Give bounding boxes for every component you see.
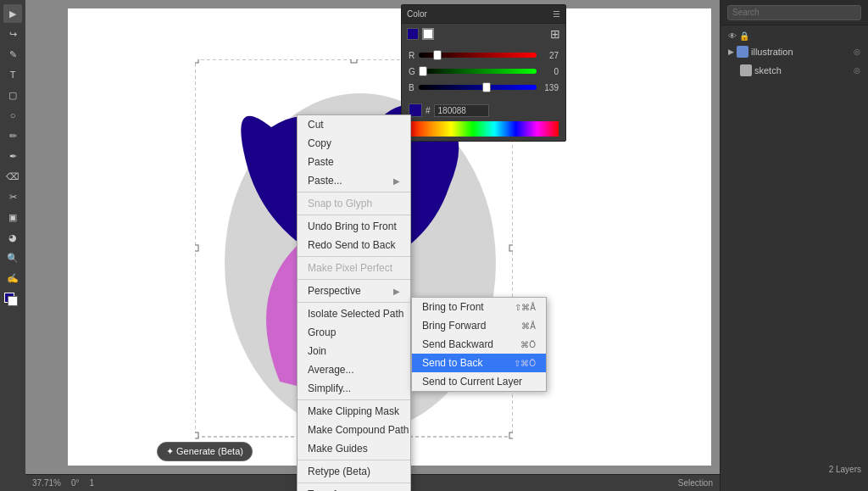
r-slider[interactable] [419,53,537,58]
generate-btn-label: ✦ Generate (Beta) [166,446,243,457]
menu-item-copy[interactable]: Copy [298,134,410,153]
submenu-bring-forward[interactable]: Bring Forward ⌘Å [412,316,546,335]
lock-icon: 🔒 [739,31,749,41]
right-panel: 👁 🔒 ▶ illustration ◎ sketch ◎ 2 Layers [720,0,868,491]
stroke-swatch[interactable] [422,28,434,40]
color-mode-icons: ⊞ [402,24,565,44]
perspective-label: Perspective [308,285,361,297]
join-label: Join [308,345,326,357]
g-label: G [409,67,415,76]
b-value: 139 [540,83,559,92]
illustration-layer-target[interactable]: ◎ [854,47,860,56]
eraser-tool[interactable]: ⌫ [3,167,22,186]
color-panel-title: Color [407,9,427,19]
rotation-display: 0° [71,478,80,488]
paste-label: Paste [308,156,334,168]
submenu-bring-to-front[interactable]: Bring to Front ⇧⌘Å [412,298,546,316]
menu-item-simplify[interactable]: Simplify... [298,379,410,398]
menu-item-join[interactable]: Join [298,342,410,360]
pen-tool[interactable]: ✎ [3,45,22,64]
menu-item-group[interactable]: Group [298,323,410,342]
spectrum-icon[interactable]: ⊞ [550,27,560,41]
send-backward-label: Send Backward [422,338,493,350]
layers-search-input[interactable] [727,5,861,20]
divider-3 [298,256,410,257]
menu-item-snap-glyph: Snap to Glyph [298,194,410,213]
menu-item-retype[interactable]: Retype (Beta) [298,462,410,481]
r-slider-row: R 27 [409,48,559,62]
divider-1 [298,192,410,192]
color-spectrum-bar[interactable] [409,121,559,137]
menu-item-pixel-perfect: Make Pixel Perfect [298,259,410,277]
menu-item-cut[interactable]: Cut [298,115,410,134]
b-slider[interactable] [419,85,537,90]
menu-item-undo-bring-front[interactable]: Undo Bring to Front [298,217,410,236]
menu-item-perspective[interactable]: Perspective ▶ [298,282,410,300]
hex-input[interactable] [434,104,489,117]
layers-count: 2 Layers [829,465,861,474]
right-panel-header [721,0,868,25]
menu-item-clipping-mask[interactable]: Make Clipping Mask [298,402,410,421]
g-value: 0 [540,67,559,76]
zoom-display: 37.71% [32,478,61,488]
type-tool[interactable]: T [3,65,22,84]
submenu-send-to-layer[interactable]: Send to Current Layer [412,372,546,391]
fill-stroke-swatches[interactable] [4,293,21,306]
brush-tool[interactable]: ✏ [3,126,22,145]
menu-item-compound-path[interactable]: Make Compound Path [298,421,410,439]
color-panel-icon[interactable]: ☰ [553,9,560,19]
color-panel-header: Color ☰ [402,5,565,24]
rectangle-tool[interactable]: ▢ [3,86,22,104]
menu-item-transform[interactable]: Transform ▶ [298,485,410,491]
cut-label: Cut [308,119,324,131]
direct-select-tool[interactable]: ↪ [3,25,22,43]
menu-item-redo-send-back[interactable]: Redo Send to Back [298,236,410,254]
paste-in-place-label: Paste... [308,175,342,187]
scissors-tool[interactable]: ✂ [3,187,22,206]
generate-beta-button[interactable]: ✦ Generate (Beta) [157,442,253,461]
color-sliders: R 27 G 0 B 139 [402,44,565,101]
svg-rect-5 [509,245,513,251]
context-menu: Cut Copy Paste Paste... ▶ Snap to Glyph … [297,114,411,491]
average-label: Average... [308,364,353,376]
g-slider-row: G 0 [409,64,559,78]
ellipse-tool[interactable]: ○ [3,106,22,125]
illustration-layer-name: illustration [751,47,793,57]
left-toolbar: ▶ ↪ ✎ T ▢ ○ ✏ ✒ ⌫ ✂ ▣ ◕ 🔍 ✍ [0,0,25,491]
expand-arrow-illustration[interactable]: ▶ [728,47,734,56]
send-backward-shortcut: ⌘Ö [520,340,536,349]
divider-7 [298,460,410,460]
menu-item-average[interactable]: Average... [298,360,410,379]
bring-forward-shortcut: ⌘Å [521,321,536,331]
compound-path-label: Make Compound Path [308,424,409,436]
submenu-send-backward[interactable]: Send Backward ⌘Ö [412,335,546,354]
group-label: Group [308,326,336,338]
svg-rect-8 [195,432,198,438]
layers-header-row: 👁 🔒 [725,30,864,42]
pencil-tool[interactable]: ✒ [3,147,22,165]
submenu-send-to-back[interactable]: Send to Back ⇧⌘Ö [412,354,546,372]
gradient-tool[interactable]: ▣ [3,208,22,226]
r-label: R [409,51,415,60]
pixel-perfect-label: Make Pixel Perfect [308,262,392,274]
menu-item-guides[interactable]: Make Guides [298,439,410,458]
layer-row-illustration[interactable]: ▶ illustration ◎ [725,42,864,61]
menu-item-paste-in-place[interactable]: Paste... ▶ [298,171,410,190]
sketch-layer-name: sketch [754,65,782,75]
fill-swatch[interactable] [407,28,419,40]
g-slider[interactable] [419,69,537,74]
page-display: 1 [89,478,94,488]
zoom-tool[interactable]: 🔍 [3,248,22,267]
select-tool[interactable]: ▶ [3,4,22,23]
layers-section: 👁 🔒 ▶ illustration ◎ sketch ◎ [721,25,868,84]
menu-item-paste[interactable]: Paste [298,153,410,171]
layer-row-sketch[interactable]: sketch ◎ [725,61,864,80]
hand-tool[interactable]: ✍ [3,269,22,287]
sketch-layer-target[interactable]: ◎ [854,66,860,75]
divider-2 [298,215,410,215]
menu-item-isolate[interactable]: Isolate Selected Path [298,304,410,323]
b-slider-row: B 139 [409,81,559,94]
eyedropper-tool[interactable]: ◕ [3,228,22,247]
svg-rect-6 [509,432,513,438]
copy-label: Copy [308,137,331,149]
